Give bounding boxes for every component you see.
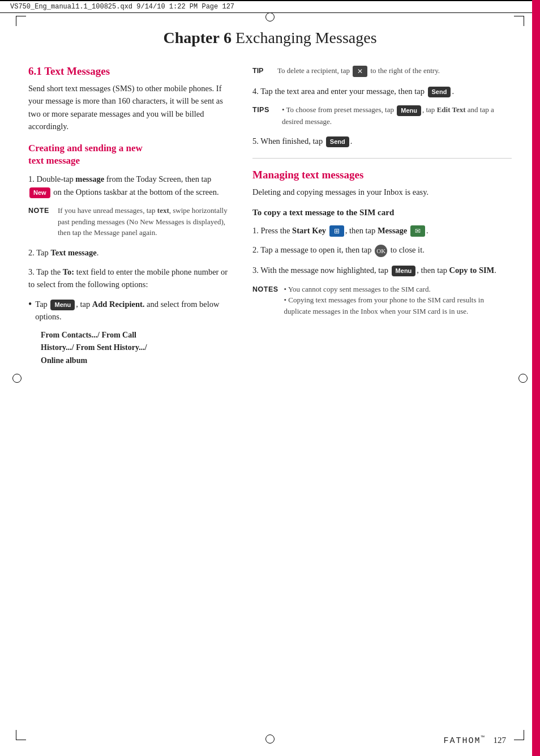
section-1-heading: 6.1 Text Messages <box>28 65 232 78</box>
step-3: 3. Tap the To: text field to enter the m… <box>28 266 232 291</box>
right-column: TIP To delete a recipient, tap ✕ to the … <box>252 65 512 374</box>
pink-accent-bar <box>532 0 540 756</box>
sim-step-3: 3. With the message now highlighted, tap… <box>252 264 512 276</box>
brand-name: FATHOM™ <box>443 735 485 746</box>
chapter-word: Chapter <box>163 29 220 46</box>
tip-block-1: TIP To delete a recipient, tap ✕ to the … <box>252 65 512 77</box>
message-icon: ✉ <box>410 225 425 237</box>
menu-badge-1: Menu <box>50 300 75 310</box>
step-4: 4. Tap the text area and enter your mess… <box>252 85 512 97</box>
menu-badge-2: Menu <box>397 105 421 116</box>
chapter-title: Chapter 6 Exchanging Messages <box>34 29 506 47</box>
crop-mark-tl <box>16 16 26 26</box>
reg-mark-top <box>265 12 275 22</box>
notes-label-1: NOTES <box>252 284 278 317</box>
tips-block-1: TIPS • To choose from preset messages, t… <box>252 104 512 127</box>
sim-step-2: 2. Tap a message to open it, then tap OK… <box>252 244 512 257</box>
bullet-item-1: • Tap Menu, tap Add Recipient. and selec… <box>28 298 232 323</box>
page-footer: FATHOM™ 127 <box>0 735 540 746</box>
start-key-icon: ⊞ <box>329 225 344 237</box>
step-5: 5. When finished, tap Send. <box>252 135 512 147</box>
section-2-intro: Deleting and copying messages in your In… <box>252 186 512 198</box>
tips-text-1: • To choose from preset messages, tap Me… <box>282 104 512 127</box>
note-text-1: If you have unread messages, tap text, s… <box>58 205 232 238</box>
brand-text-2: ATHOM <box>449 736 481 746</box>
step-2: 2. Tap Text message. <box>28 246 232 259</box>
main-content: 6.1 Text Messages Send short text messag… <box>0 59 540 385</box>
crop-mark-tr <box>514 16 524 26</box>
note-block-1: NOTE If you have unread messages, tap te… <box>28 205 232 238</box>
from-options: From Contacts.../ From CallHistory.../ F… <box>41 329 232 367</box>
step-1: 1. Double-tap message from the Today Scr… <box>28 173 232 198</box>
ok-icon: OK <box>375 245 387 257</box>
section-1-intro: Send short text messages (SMS) to other … <box>28 82 232 133</box>
send-badge-2: Send <box>326 136 349 147</box>
notes-text-1: • You cannot copy sent messages to the S… <box>284 284 512 317</box>
brand-text: F <box>443 736 449 746</box>
divider-1 <box>252 158 512 159</box>
section-2-heading: Managing text messages <box>252 169 512 181</box>
reg-mark-right <box>518 374 528 383</box>
send-badge-1: Send <box>428 87 451 97</box>
header-text: VS750_Eng_manual1.1_100825.qxd 9/14/10 1… <box>10 3 234 11</box>
notes-block-1: NOTES • You cannot copy sent messages to… <box>252 284 512 317</box>
sim-step-1: 1. Press the Start Key ⊞, then tap Messa… <box>252 224 512 237</box>
page-number: 127 <box>494 736 507 745</box>
left-column: 6.1 Text Messages Send short text messag… <box>28 65 232 374</box>
tips-label-1: TIPS <box>252 104 276 127</box>
delete-icon-badge: ✕ <box>353 66 367 77</box>
new-button-badge: New <box>29 187 50 198</box>
creating-subheading: Creating and sending a newtext message <box>28 142 232 167</box>
sim-copy-subheading: To copy a text message to the SIM card <box>252 207 512 219</box>
tip-label-1: TIP <box>252 65 272 77</box>
bullet-dot: • <box>28 298 32 323</box>
brand-tm: ™ <box>481 735 485 741</box>
chapter-number: 6 <box>224 29 232 46</box>
bullet-text: Tap Menu, tap Add Recipient. and select … <box>35 298 232 323</box>
chapter-rest-title: Exchanging Messages <box>235 29 377 46</box>
page-header: VS750_Eng_manual1.1_100825.qxd 9/14/10 1… <box>0 0 540 13</box>
note-label: NOTE <box>28 205 52 238</box>
menu-badge-3: Menu <box>392 266 416 276</box>
tip-text-1: To delete a recipient, tap ✕ to the righ… <box>277 65 512 77</box>
reg-mark-left <box>12 374 22 383</box>
